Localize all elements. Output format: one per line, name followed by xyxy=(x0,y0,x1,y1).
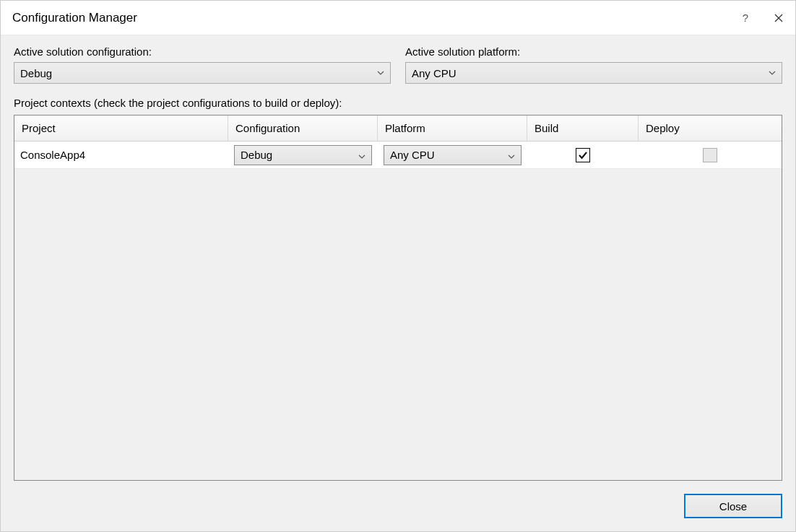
project-deploy-cell xyxy=(639,141,782,168)
column-header-build[interactable]: Build xyxy=(527,115,639,141)
column-header-configuration[interactable]: Configuration xyxy=(228,115,378,141)
active-platform-value: Any CPU xyxy=(412,67,769,79)
project-platform-dropdown[interactable]: Any CPU xyxy=(384,145,522,165)
grid-body: ConsoleApp4 Debug Any CPU xyxy=(14,141,782,480)
column-header-platform[interactable]: Platform xyxy=(378,115,527,141)
project-platform-cell: Any CPU xyxy=(378,141,527,168)
active-config-group: Active solution configuration: Debug xyxy=(14,45,391,84)
column-header-project[interactable]: Project xyxy=(14,115,228,141)
active-config-value: Debug xyxy=(20,67,377,79)
table-row: ConsoleApp4 Debug Any CPU xyxy=(14,141,782,169)
close-button-label: Close xyxy=(719,500,747,513)
active-platform-label: Active solution platform: xyxy=(405,45,782,58)
project-config-value: Debug xyxy=(241,149,358,161)
chevron-down-icon xyxy=(358,149,365,161)
deploy-checkbox xyxy=(703,148,717,162)
chevron-down-icon xyxy=(769,69,776,77)
checkmark-icon xyxy=(578,150,588,160)
close-window-button[interactable] xyxy=(762,1,795,35)
column-header-deploy[interactable]: Deploy xyxy=(639,115,782,141)
active-platform-dropdown[interactable]: Any CPU xyxy=(405,62,782,84)
titlebar: Configuration Manager ? xyxy=(1,1,795,35)
project-name-cell: ConsoleApp4 xyxy=(14,141,228,168)
dialog-footer: Close xyxy=(14,481,782,518)
grid-header: Project Configuration Platform Build Dep… xyxy=(14,115,782,141)
project-grid: Project Configuration Platform Build Dep… xyxy=(14,115,782,481)
titlebar-buttons: ? xyxy=(729,1,795,35)
project-config-dropdown[interactable]: Debug xyxy=(234,145,372,165)
close-button[interactable]: Close xyxy=(684,494,782,518)
chevron-down-icon xyxy=(508,149,515,161)
project-build-cell xyxy=(527,141,639,168)
project-platform-value: Any CPU xyxy=(390,149,508,161)
solution-selectors: Active solution configuration: Debug Act… xyxy=(14,45,782,84)
close-icon xyxy=(774,14,783,22)
content-area: Active solution configuration: Debug Act… xyxy=(1,35,795,531)
chevron-down-icon xyxy=(377,69,384,77)
configuration-manager-window: Configuration Manager ? Active solution … xyxy=(0,0,796,532)
active-platform-group: Active solution platform: Any CPU xyxy=(405,45,782,84)
build-checkbox[interactable] xyxy=(576,148,590,162)
help-button[interactable]: ? xyxy=(729,1,762,35)
active-config-label: Active solution configuration: xyxy=(14,45,391,58)
window-title: Configuration Manager xyxy=(12,11,729,25)
project-contexts-label: Project contexts (check the project conf… xyxy=(14,97,782,109)
active-config-dropdown[interactable]: Debug xyxy=(14,62,391,84)
help-icon: ? xyxy=(743,12,748,24)
project-config-cell: Debug xyxy=(228,141,378,168)
